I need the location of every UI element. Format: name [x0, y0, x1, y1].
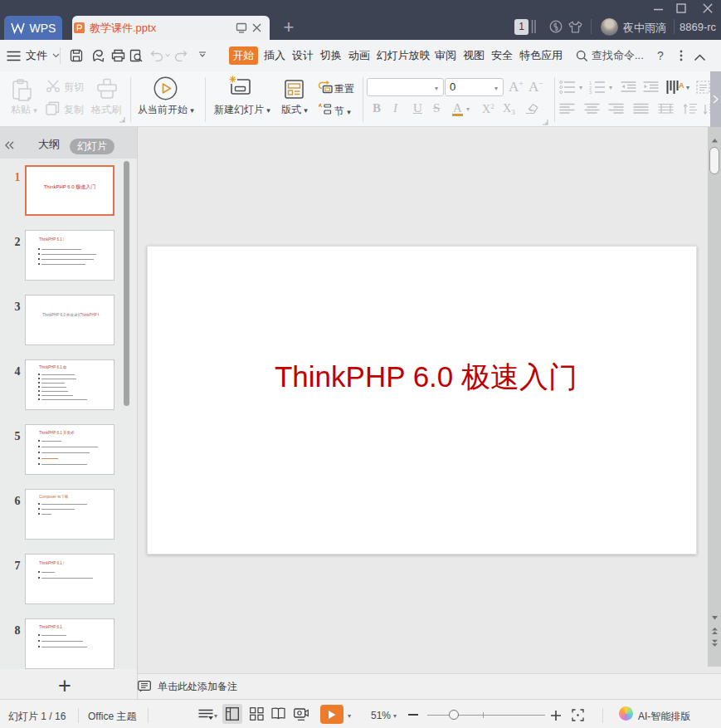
- svg-text:3: 3: [589, 90, 592, 94]
- svg-text:A: A: [679, 81, 684, 90]
